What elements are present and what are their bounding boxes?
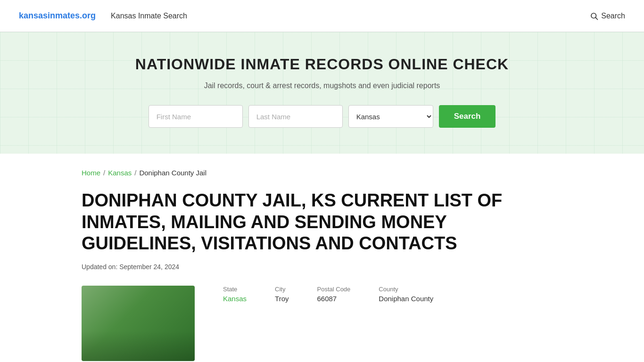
search-icon (590, 12, 598, 20)
updated-date: Updated on: September 24, 2024 (82, 263, 562, 271)
nav-inmate-search[interactable]: Kansas Inmate Search (111, 12, 187, 20)
site-logo[interactable]: kansasinmates.org (19, 11, 96, 21)
county-label: County (379, 286, 433, 293)
info-details: State Kansas City Troy Postal Code 66087… (223, 286, 433, 303)
breadcrumb-state[interactable]: Kansas (108, 169, 132, 177)
postal-label: Postal Code (317, 286, 351, 293)
county-detail: County Doniphan County (379, 286, 433, 303)
state-select[interactable]: AlabamaAlaskaArizonaArkansasCaliforniaCo… (348, 105, 433, 128)
breadcrumb-sep-2: / (134, 169, 136, 177)
postal-detail: Postal Code 66087 (317, 286, 351, 303)
city-value: Troy (275, 295, 289, 303)
header-search-label: Search (601, 12, 625, 20)
first-name-input[interactable] (149, 105, 243, 128)
city-detail: City Troy (275, 286, 289, 303)
city-label: City (275, 286, 289, 293)
page-heading: DONIPHAN COUNTY JAIL, KS CURRENT LIST OF… (82, 190, 506, 255)
state-value[interactable]: Kansas (223, 295, 247, 303)
breadcrumb-current: Doniphan County Jail (139, 169, 206, 177)
hero-title: NATIONWIDE INMATE RECORDS ONLINE CHECK (9, 56, 635, 73)
search-form: AlabamaAlaskaArizonaArkansasCaliforniaCo… (9, 105, 635, 128)
svg-line-1 (596, 17, 598, 19)
site-header: kansasinmates.org Kansas Inmate Search S… (0, 0, 644, 32)
search-button[interactable]: Search (439, 105, 496, 128)
state-label: State (223, 286, 247, 293)
breadcrumb: Home / Kansas / Doniphan County Jail (82, 169, 562, 177)
state-detail: State Kansas (223, 286, 247, 303)
main-content: Home / Kansas / Doniphan County Jail DON… (63, 154, 581, 362)
postal-value: 66087 (317, 295, 351, 303)
jail-image (82, 286, 195, 361)
header-search-button[interactable]: Search (590, 12, 625, 20)
info-row: State Kansas City Troy Postal Code 66087… (82, 286, 562, 361)
breadcrumb-sep-1: / (103, 169, 105, 177)
hero-subtitle: Jail records, court & arrest records, mu… (9, 82, 635, 90)
county-value: Doniphan County (379, 295, 433, 303)
breadcrumb-home[interactable]: Home (82, 169, 100, 177)
last-name-input[interactable] (248, 105, 343, 128)
hero-banner: NATIONWIDE INMATE RECORDS ONLINE CHECK J… (0, 32, 644, 154)
